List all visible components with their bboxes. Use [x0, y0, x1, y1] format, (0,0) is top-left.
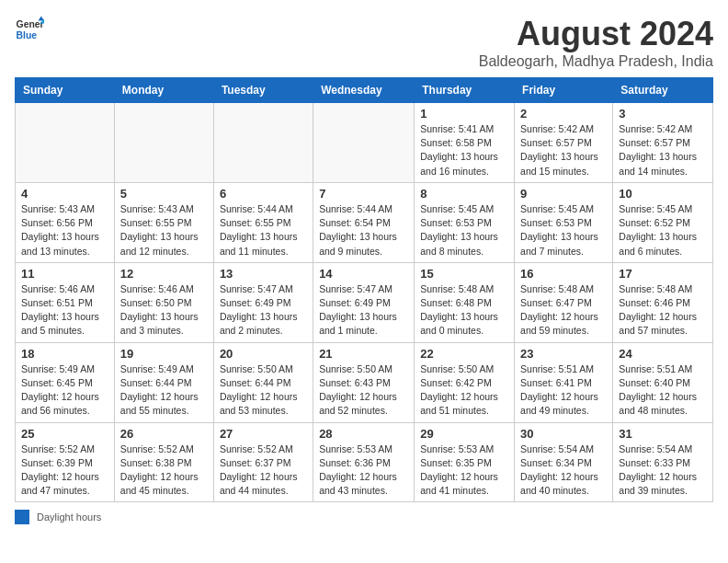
day-number: 11 — [21, 267, 108, 281]
calendar-header-thursday: Thursday — [415, 78, 515, 103]
calendar-cell: 2Sunrise: 5:42 AM Sunset: 6:57 PM Daylig… — [515, 103, 613, 183]
day-number: 17 — [619, 267, 707, 281]
calendar-cell: 9Sunrise: 5:45 AM Sunset: 6:53 PM Daylig… — [515, 182, 613, 262]
calendar-header-friday: Friday — [515, 78, 613, 103]
calendar-cell: 18Sunrise: 5:49 AM Sunset: 6:45 PM Dayli… — [16, 342, 115, 422]
day-info: Sunrise: 5:52 AM Sunset: 6:39 PM Dayligh… — [21, 442, 108, 499]
svg-text:General: General — [17, 19, 44, 29]
day-info: Sunrise: 5:51 AM Sunset: 6:40 PM Dayligh… — [619, 362, 707, 419]
day-number: 8 — [420, 187, 508, 201]
day-number: 20 — [220, 347, 307, 361]
day-number: 9 — [520, 187, 607, 201]
day-info: Sunrise: 5:46 AM Sunset: 6:50 PM Dayligh… — [120, 282, 208, 339]
calendar-week-row: 4Sunrise: 5:43 AM Sunset: 6:56 PM Daylig… — [16, 182, 713, 262]
day-number: 7 — [319, 187, 408, 201]
day-info: Sunrise: 5:45 AM Sunset: 6:52 PM Dayligh… — [619, 202, 707, 259]
calendar-cell: 11Sunrise: 5:46 AM Sunset: 6:51 PM Dayli… — [16, 262, 115, 342]
day-info: Sunrise: 5:45 AM Sunset: 6:53 PM Dayligh… — [520, 202, 607, 259]
day-number: 6 — [220, 187, 307, 201]
day-number: 13 — [220, 267, 307, 281]
calendar-cell — [313, 103, 415, 183]
calendar-week-row: 1Sunrise: 5:41 AM Sunset: 6:58 PM Daylig… — [16, 103, 713, 183]
calendar-cell: 22Sunrise: 5:50 AM Sunset: 6:42 PM Dayli… — [415, 342, 515, 422]
calendar-cell: 12Sunrise: 5:46 AM Sunset: 6:50 PM Dayli… — [114, 262, 213, 342]
calendar-cell: 16Sunrise: 5:48 AM Sunset: 6:47 PM Dayli… — [515, 262, 613, 342]
logo: General Blue — [15, 15, 44, 44]
day-info: Sunrise: 5:46 AM Sunset: 6:51 PM Dayligh… — [21, 282, 108, 339]
calendar-header-sunday: Sunday — [16, 78, 115, 103]
day-info: Sunrise: 5:47 AM Sunset: 6:49 PM Dayligh… — [319, 282, 408, 339]
day-info: Sunrise: 5:50 AM Sunset: 6:43 PM Dayligh… — [319, 362, 408, 419]
day-number: 19 — [120, 347, 208, 361]
calendar-cell: 8Sunrise: 5:45 AM Sunset: 6:53 PM Daylig… — [415, 182, 515, 262]
day-info: Sunrise: 5:42 AM Sunset: 6:57 PM Dayligh… — [619, 122, 707, 178]
day-number: 26 — [120, 427, 208, 441]
day-info: Sunrise: 5:43 AM Sunset: 6:56 PM Dayligh… — [21, 202, 108, 259]
legend: Daylight hours — [15, 510, 713, 524]
calendar-cell: 23Sunrise: 5:51 AM Sunset: 6:41 PM Dayli… — [515, 342, 613, 422]
day-number: 25 — [21, 427, 108, 441]
day-number: 1 — [420, 107, 508, 121]
calendar-cell: 7Sunrise: 5:44 AM Sunset: 6:54 PM Daylig… — [313, 182, 415, 262]
calendar-cell: 19Sunrise: 5:49 AM Sunset: 6:44 PM Dayli… — [114, 342, 213, 422]
day-info: Sunrise: 5:53 AM Sunset: 6:36 PM Dayligh… — [319, 442, 408, 499]
calendar-cell: 6Sunrise: 5:44 AM Sunset: 6:55 PM Daylig… — [213, 182, 313, 262]
day-number: 4 — [21, 187, 108, 201]
day-info: Sunrise: 5:44 AM Sunset: 6:54 PM Dayligh… — [319, 202, 408, 259]
day-info: Sunrise: 5:48 AM Sunset: 6:48 PM Dayligh… — [420, 282, 508, 339]
calendar-cell: 17Sunrise: 5:48 AM Sunset: 6:46 PM Dayli… — [613, 262, 713, 342]
calendar-cell: 28Sunrise: 5:53 AM Sunset: 6:36 PM Dayli… — [313, 422, 415, 502]
calendar-cell: 20Sunrise: 5:50 AM Sunset: 6:44 PM Dayli… — [213, 342, 313, 422]
calendar-cell: 21Sunrise: 5:50 AM Sunset: 6:43 PM Dayli… — [313, 342, 415, 422]
day-info: Sunrise: 5:51 AM Sunset: 6:41 PM Dayligh… — [520, 362, 607, 419]
calendar-cell: 14Sunrise: 5:47 AM Sunset: 6:49 PM Dayli… — [313, 262, 415, 342]
calendar-header-wednesday: Wednesday — [313, 78, 415, 103]
title-area: August 2024 Baldeogarh, Madhya Pradesh, … — [479, 15, 713, 70]
calendar-table: SundayMondayTuesdayWednesdayThursdayFrid… — [15, 77, 713, 502]
logo-icon: General Blue — [15, 15, 44, 44]
calendar-cell: 26Sunrise: 5:52 AM Sunset: 6:38 PM Dayli… — [114, 422, 213, 502]
calendar-cell: 5Sunrise: 5:43 AM Sunset: 6:55 PM Daylig… — [114, 182, 213, 262]
calendar-cell: 15Sunrise: 5:48 AM Sunset: 6:48 PM Dayli… — [415, 262, 515, 342]
day-number: 5 — [120, 187, 208, 201]
calendar-cell: 25Sunrise: 5:52 AM Sunset: 6:39 PM Dayli… — [16, 422, 115, 502]
svg-marker-2 — [39, 17, 44, 21]
calendar-cell: 10Sunrise: 5:45 AM Sunset: 6:52 PM Dayli… — [613, 182, 713, 262]
calendar-cell: 1Sunrise: 5:41 AM Sunset: 6:58 PM Daylig… — [415, 103, 515, 183]
day-info: Sunrise: 5:41 AM Sunset: 6:58 PM Dayligh… — [420, 122, 508, 178]
day-info: Sunrise: 5:48 AM Sunset: 6:47 PM Dayligh… — [520, 282, 607, 339]
calendar-cell: 4Sunrise: 5:43 AM Sunset: 6:56 PM Daylig… — [16, 182, 115, 262]
calendar-header-saturday: Saturday — [613, 78, 713, 103]
day-info: Sunrise: 5:54 AM Sunset: 6:34 PM Dayligh… — [520, 442, 607, 499]
day-number: 23 — [520, 347, 607, 361]
day-info: Sunrise: 5:47 AM Sunset: 6:49 PM Dayligh… — [220, 282, 307, 339]
day-info: Sunrise: 5:49 AM Sunset: 6:45 PM Dayligh… — [21, 362, 108, 419]
calendar-week-row: 11Sunrise: 5:46 AM Sunset: 6:51 PM Dayli… — [16, 262, 713, 342]
legend-color-box — [15, 510, 29, 524]
calendar-cell — [213, 103, 313, 183]
day-info: Sunrise: 5:48 AM Sunset: 6:46 PM Dayligh… — [619, 282, 707, 339]
calendar-cell: 24Sunrise: 5:51 AM Sunset: 6:40 PM Dayli… — [613, 342, 713, 422]
day-number: 27 — [220, 427, 307, 441]
svg-text:Blue: Blue — [17, 30, 38, 40]
calendar-cell — [16, 103, 115, 183]
day-info: Sunrise: 5:50 AM Sunset: 6:42 PM Dayligh… — [420, 362, 508, 419]
day-number: 22 — [420, 347, 508, 361]
day-info: Sunrise: 5:53 AM Sunset: 6:35 PM Dayligh… — [420, 442, 508, 499]
day-info: Sunrise: 5:42 AM Sunset: 6:57 PM Dayligh… — [520, 122, 607, 178]
calendar-cell: 27Sunrise: 5:52 AM Sunset: 6:37 PM Dayli… — [213, 422, 313, 502]
day-info: Sunrise: 5:50 AM Sunset: 6:44 PM Dayligh… — [220, 362, 307, 419]
calendar-header-monday: Monday — [114, 78, 213, 103]
day-info: Sunrise: 5:52 AM Sunset: 6:37 PM Dayligh… — [220, 442, 307, 499]
day-number: 29 — [420, 427, 508, 441]
day-info: Sunrise: 5:43 AM Sunset: 6:55 PM Dayligh… — [120, 202, 208, 259]
calendar-cell: 30Sunrise: 5:54 AM Sunset: 6:34 PM Dayli… — [515, 422, 613, 502]
day-info: Sunrise: 5:44 AM Sunset: 6:55 PM Dayligh… — [220, 202, 307, 259]
calendar-cell — [114, 103, 213, 183]
day-number: 10 — [619, 187, 707, 201]
calendar-cell: 29Sunrise: 5:53 AM Sunset: 6:35 PM Dayli… — [415, 422, 515, 502]
day-number: 16 — [520, 267, 607, 281]
day-number: 2 — [520, 107, 607, 121]
day-number: 30 — [520, 427, 607, 441]
day-number: 28 — [319, 427, 408, 441]
